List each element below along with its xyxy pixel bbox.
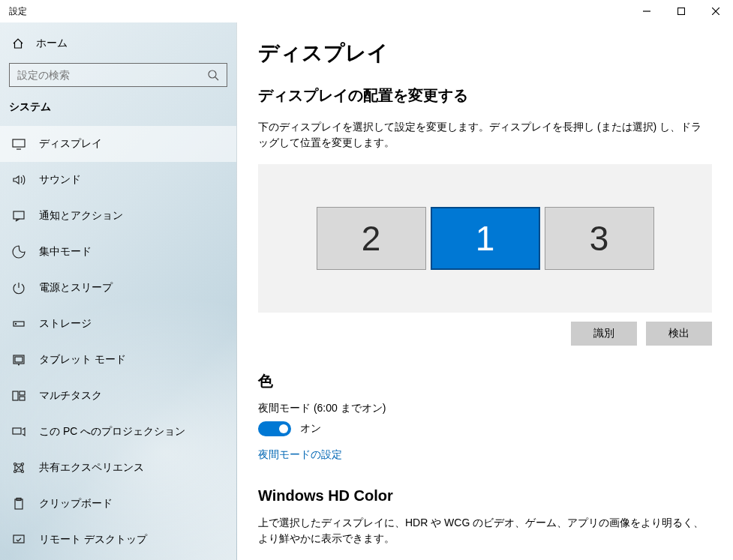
page-title: ディスプレイ [258, 39, 712, 67]
sidebar-item-0[interactable]: ディスプレイ [0, 126, 236, 162]
sidebar-item-3[interactable]: 集中モード [0, 234, 236, 270]
category-label: システム [0, 87, 236, 121]
sidebar-item-5[interactable]: ストレージ [0, 306, 236, 342]
svg-rect-17 [13, 428, 21, 434]
multitask-icon [12, 389, 26, 403]
sidebar-item-label: ディスプレイ [39, 137, 102, 151]
svg-point-4 [209, 70, 216, 78]
window-title: 設定 [0, 0, 629, 18]
svg-rect-14 [13, 391, 18, 400]
svg-point-10 [15, 323, 16, 324]
search-input[interactable] [17, 69, 207, 81]
sidebar-item-label: この PC へのプロジェクション [39, 425, 185, 439]
sound-icon [12, 173, 26, 187]
display-icon [12, 137, 26, 151]
color-heading: 色 [258, 371, 712, 391]
sidebar-item-label: 集中モード [39, 245, 92, 259]
sidebar-item-6[interactable]: タブレット モード [0, 342, 236, 378]
main-panel: ディスプレイ ディスプレイの配置を変更する 下のディスプレイを選択して設定を変更… [237, 22, 733, 560]
svg-rect-6 [13, 139, 25, 147]
sidebar-item-label: マルチタスク [39, 389, 102, 403]
monitor-2[interactable]: 2 [317, 207, 426, 270]
sidebar-item-label: ストレージ [39, 317, 92, 331]
sidebar-item-11[interactable]: リモート デスクトップ [0, 522, 236, 558]
nav-list: ディスプレイサウンド通知とアクション集中モード電源とスリープストレージタブレット… [0, 126, 236, 558]
close-button[interactable] [698, 0, 733, 22]
arrange-heading: ディスプレイの配置を変更する [258, 85, 712, 106]
sidebar-item-label: クリップボード [39, 497, 113, 511]
remote-icon [12, 533, 26, 547]
window-controls [629, 0, 733, 22]
svg-point-13 [19, 364, 20, 365]
power-icon [12, 281, 26, 295]
night-mode-state: オン [300, 422, 321, 436]
night-mode-label: 夜間モード (6:00 までオン) [258, 402, 712, 415]
sidebar-item-label: サウンド [39, 173, 81, 187]
sidebar-item-label: 共有エクスペリエンス [39, 461, 144, 475]
svg-rect-12 [15, 357, 23, 362]
svg-rect-16 [20, 397, 25, 400]
search-icon [207, 69, 219, 81]
home-nav[interactable]: ホーム [0, 27, 236, 60]
sidebar-item-7[interactable]: マルチタスク [0, 378, 236, 414]
storage-icon [12, 317, 26, 331]
night-mode-settings-link[interactable]: 夜間モードの設定 [258, 448, 712, 462]
clipboard-icon [12, 497, 26, 511]
sidebar-item-2[interactable]: 通知とアクション [0, 198, 236, 234]
svg-rect-15 [20, 391, 25, 395]
sidebar-item-1[interactable]: サウンド [0, 162, 236, 198]
svg-rect-8 [14, 211, 24, 219]
maximize-button[interactable] [664, 0, 698, 22]
projection-icon [12, 425, 26, 439]
arrange-desc: 下のディスプレイを選択して設定を変更します。ディスプレイを長押し (または選択)… [258, 119, 712, 151]
shared-icon [12, 461, 26, 475]
sidebar-item-label: リモート デスクトップ [39, 533, 147, 547]
sidebar-item-4[interactable]: 電源とスリープ [0, 270, 236, 306]
focus-icon [12, 245, 26, 259]
home-label: ホーム [36, 37, 68, 50]
night-mode-toggle[interactable] [258, 421, 291, 436]
titlebar: 設定 [0, 0, 733, 22]
svg-rect-1 [678, 8, 685, 15]
hdcolor-desc: 上で選択したディスプレイに、HDR や WCG のビデオ、ゲーム、アプリの画像を… [258, 515, 712, 547]
minimize-button[interactable] [629, 0, 664, 22]
display-arrangement[interactable]: 213 [258, 164, 712, 313]
hdcolor-heading: Windows HD Color [258, 487, 712, 505]
sidebar-item-label: タブレット モード [39, 353, 126, 367]
monitor-1[interactable]: 1 [431, 207, 540, 270]
sidebar-item-8[interactable]: この PC へのプロジェクション [0, 414, 236, 450]
svg-line-5 [215, 77, 218, 80]
sidebar: ホーム システム ディスプレイサウンド通知とアクション集中モード電源とスリープス… [0, 22, 237, 560]
search-box[interactable] [9, 63, 227, 87]
svg-rect-24 [14, 535, 24, 543]
detect-button[interactable]: 検出 [646, 322, 712, 346]
sidebar-item-9[interactable]: 共有エクスペリエンス [0, 450, 236, 486]
tablet-icon [12, 353, 26, 367]
home-icon [12, 37, 24, 49]
notification-icon [12, 209, 26, 223]
identify-button[interactable]: 識別 [571, 322, 637, 346]
sidebar-item-label: 通知とアクション [39, 209, 123, 223]
monitor-3[interactable]: 3 [545, 207, 654, 270]
sidebar-item-label: 電源とスリープ [39, 281, 113, 295]
sidebar-item-10[interactable]: クリップボード [0, 486, 236, 522]
